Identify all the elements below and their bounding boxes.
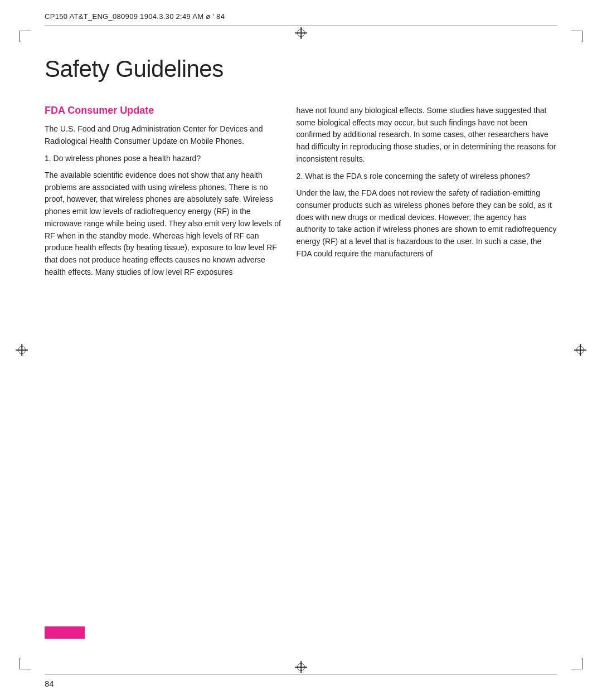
item1-continuation: have not found any biological effects. S…: [297, 105, 557, 165]
crosshair-left: [16, 344, 28, 356]
left-column: FDA Consumer Update The U.S. Food and Dr…: [45, 105, 291, 284]
intro-paragraph: The U.S. Food and Drug Administration Ce…: [45, 123, 285, 147]
page-number: 84: [45, 679, 54, 688]
separator-bottom: [45, 674, 557, 674]
crosshair-bottom: [295, 661, 307, 673]
corner-mark-bl: [20, 658, 31, 669]
corner-mark-br: [571, 658, 582, 669]
crosshair-right: [574, 344, 586, 356]
separator-top: [45, 26, 557, 26]
corner-mark-tr: [571, 31, 582, 42]
item2-heading: 2. What is the FDA s role concerning the…: [297, 171, 557, 183]
item1-heading: 1. Do wireless phones pose a health haza…: [45, 153, 285, 165]
item2-body: Under the law, the FDA does not review t…: [297, 187, 557, 260]
page-title: Safety Guidelines: [45, 56, 557, 82]
crosshair-top: [295, 27, 307, 39]
corner-mark-tl: [20, 31, 31, 42]
two-column-layout: FDA Consumer Update The U.S. Food and Dr…: [45, 105, 557, 284]
item1-body: The available scientific evidence does n…: [45, 169, 285, 278]
header-text: CP150 AT&T_ENG_080909 1904.3.30 2:49 AM …: [45, 12, 225, 21]
page-number-area: 84: [45, 679, 54, 689]
main-content: Safety Guidelines FDA Consumer Update Th…: [45, 56, 557, 655]
section-heading: FDA Consumer Update: [45, 105, 285, 116]
right-column: have not found any biological effects. S…: [291, 105, 557, 284]
header-bar: CP150 AT&T_ENG_080909 1904.3.30 2:49 AM …: [45, 10, 557, 22]
